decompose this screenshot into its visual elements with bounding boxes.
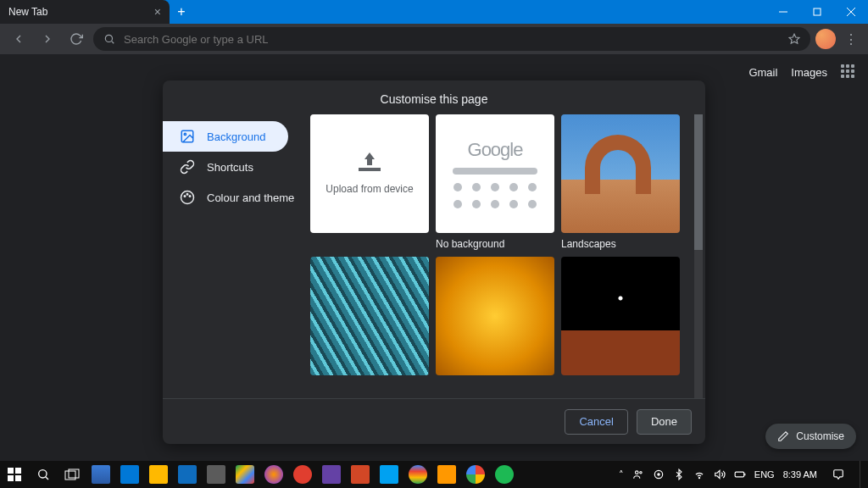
taskbar-app[interactable] (144, 461, 173, 488)
tile-landscapes[interactable]: Landscapes (561, 114, 680, 250)
window-minimize-button[interactable] (766, 0, 800, 24)
new-tab-button[interactable]: + (170, 0, 193, 24)
close-tab-icon[interactable]: × (154, 5, 161, 19)
task-view-icon (64, 469, 80, 480)
taskbar-app[interactable] (403, 461, 432, 488)
bluetooth-icon[interactable] (673, 469, 685, 480)
tile-label: Upload from device (326, 183, 413, 195)
tray-chevron-icon[interactable]: ˄ (619, 469, 624, 480)
tile-no-background[interactable]: Google No background (436, 114, 554, 250)
sidebar-item-color-theme[interactable]: Colour and theme (163, 182, 305, 213)
svg-point-4 (105, 35, 112, 42)
taskbar-app[interactable] (173, 461, 202, 488)
sidebar-item-background[interactable]: Background (163, 121, 288, 152)
svg-rect-1 (814, 8, 821, 15)
svg-line-18 (46, 477, 48, 480)
taskbar-app[interactable] (202, 461, 231, 488)
taskbar-app[interactable] (461, 461, 490, 488)
customise-dialog: Customise this page Background Shortcuts… (163, 80, 705, 444)
svg-point-12 (189, 196, 191, 197)
svg-rect-16 (15, 475, 21, 481)
bookmark-icon[interactable] (788, 33, 800, 45)
volume-icon[interactable] (714, 469, 726, 480)
dialog-title: Customise this page (163, 80, 705, 114)
svg-point-21 (635, 471, 638, 474)
tile-upload[interactable]: Upload from device (310, 114, 429, 250)
arch-icon (585, 135, 651, 194)
location-icon[interactable] (653, 469, 665, 480)
images-link[interactable]: Images (791, 66, 827, 79)
svg-line-5 (112, 42, 114, 44)
language-indicator[interactable]: ENG (754, 469, 775, 480)
sidebar-item-label: Shortcuts (207, 161, 253, 174)
done-button[interactable]: Done (637, 409, 692, 435)
cancel-button[interactable]: Cancel (565, 409, 627, 435)
tab-title: New Tab (8, 6, 47, 18)
taskbar-app[interactable] (115, 461, 144, 488)
tile-earth[interactable] (561, 257, 680, 375)
svg-point-17 (39, 470, 47, 478)
gmail-link[interactable]: Gmail (748, 66, 777, 79)
svg-rect-13 (8, 468, 14, 474)
window-close-button[interactable] (834, 0, 868, 24)
taskbar-app[interactable] (375, 461, 403, 488)
battery-icon[interactable] (734, 469, 746, 480)
upload-icon (359, 152, 381, 171)
tile-art[interactable] (436, 257, 554, 375)
people-icon[interactable] (632, 469, 644, 480)
clock[interactable]: 8:39 AM (783, 469, 817, 480)
taskbar-app[interactable] (317, 461, 346, 488)
taskbar-app[interactable] (86, 461, 115, 488)
image-icon (180, 129, 195, 144)
svg-point-22 (640, 472, 642, 474)
svg-rect-14 (15, 468, 21, 474)
link-icon (180, 159, 195, 175)
taskbar-app[interactable] (288, 461, 317, 488)
svg-marker-6 (789, 34, 799, 43)
forward-button[interactable] (36, 27, 59, 51)
taskbar-app[interactable] (231, 461, 259, 488)
sidebar-item-label: Background (207, 130, 265, 143)
svg-point-8 (184, 133, 186, 135)
reload-button[interactable] (64, 27, 88, 51)
svg-marker-26 (715, 470, 720, 478)
customise-button[interactable]: Customise (765, 424, 856, 449)
tile-textures[interactable] (310, 257, 429, 375)
browser-tab[interactable]: New Tab × (0, 0, 170, 24)
chrome-menu-button[interactable]: ⋮ (841, 31, 861, 47)
taskbar-app[interactable] (432, 461, 461, 488)
svg-point-10 (184, 196, 186, 197)
svg-rect-15 (8, 475, 14, 481)
taskbar: ˄ ENG 8:39 AM (0, 461, 868, 488)
taskbar-app[interactable] (346, 461, 375, 488)
svg-point-24 (658, 474, 659, 475)
search-icon (36, 468, 50, 481)
profile-avatar[interactable] (815, 29, 836, 49)
google-logo-icon: Google (468, 139, 523, 161)
pencil-icon (777, 430, 789, 442)
scrollbar-thumb[interactable] (694, 114, 703, 250)
taskbar-app[interactable] (490, 461, 519, 488)
action-center-button[interactable] (826, 461, 851, 488)
google-apps-button[interactable] (841, 64, 856, 80)
windows-icon (8, 468, 21, 481)
tile-label: Landscapes (561, 238, 680, 250)
scrollbar[interactable] (694, 114, 703, 398)
window-maximize-button[interactable] (800, 0, 834, 24)
start-button[interactable] (0, 461, 29, 488)
palette-icon (180, 190, 195, 205)
omnibox-input[interactable] (124, 33, 780, 46)
svg-point-25 (698, 478, 699, 479)
show-desktop-button[interactable] (860, 461, 865, 488)
taskbar-app[interactable] (259, 461, 288, 488)
svg-rect-27 (735, 472, 744, 477)
back-button[interactable] (7, 27, 31, 51)
sidebar-item-label: Colour and theme (207, 191, 294, 204)
wifi-icon[interactable] (693, 469, 705, 480)
customise-label: Customise (796, 430, 844, 442)
task-view-button[interactable] (58, 461, 86, 488)
search-button[interactable] (29, 461, 58, 488)
omnibox[interactable] (93, 27, 810, 51)
search-icon (103, 33, 115, 45)
sidebar-item-shortcuts[interactable]: Shortcuts (163, 152, 305, 182)
